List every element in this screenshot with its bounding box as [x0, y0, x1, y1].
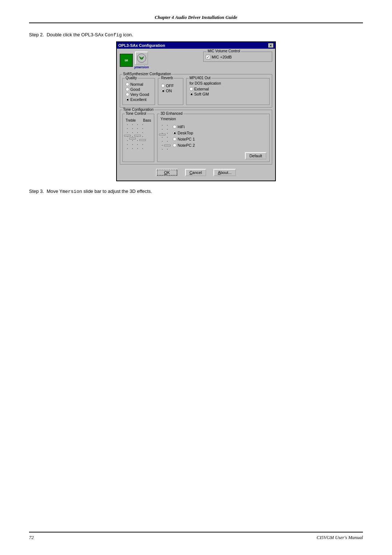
- quality-excellent-radio[interactable]: [126, 98, 129, 101]
- dialog-body: SR ymersion: [117, 49, 275, 181]
- softsynth-group: SoftSynthesizer Configuration Quality No…: [120, 74, 272, 108]
- slider-4-dots: [142, 124, 143, 149]
- step3-instruction: Step 3. Move Ymersion slide bar to adjus…: [29, 189, 363, 194]
- dot: [162, 129, 163, 130]
- dot: [162, 149, 163, 150]
- step3-label: Step 3. Move Ymersion slide bar to adjus…: [29, 189, 152, 194]
- mic-checkbox[interactable]: ✓: [206, 55, 210, 59]
- reverb-off-row[interactable]: OFF: [161, 84, 180, 88]
- slider-1[interactable]: [126, 124, 129, 149]
- dot: [137, 144, 138, 145]
- desktop-label: DeskTop: [177, 131, 193, 135]
- treble-label: Treble: [126, 118, 136, 122]
- dot: [162, 137, 163, 138]
- tone-config-group: Tone Configuration Tone Control Treble B…: [120, 110, 272, 165]
- mic-checkbox-row[interactable]: ✓ MIC +20dB: [206, 55, 270, 59]
- mpu401-softgm-radio[interactable]: [189, 92, 193, 96]
- ok-label: OK: [164, 170, 170, 175]
- step2-instruction: Step 2. Double click the OPL3-SAx Config…: [29, 32, 363, 38]
- mpu401-desc: for DOS application: [189, 81, 266, 85]
- chapter-header: Chapter 4 Audio Driver Installation Guid…: [29, 15, 363, 23]
- about-label: About...: [218, 170, 232, 175]
- dot: [162, 145, 163, 146]
- dot: [137, 124, 138, 125]
- mpu401-softgm-row[interactable]: Soft GM: [189, 92, 266, 96]
- dot: [132, 140, 133, 141]
- dot: [132, 128, 133, 129]
- ymersion-sublabel: Ymersion: [160, 117, 266, 121]
- eslider-1-thumb[interactable]: [159, 134, 166, 135]
- eslider-2-thumb[interactable]: [164, 145, 171, 146]
- tone-sliders: [126, 124, 151, 149]
- eslider-1-dots: [162, 125, 163, 150]
- dot: [142, 148, 143, 149]
- quality-verygood-row[interactable]: Very Good: [126, 92, 152, 97]
- mpu401-external-radio[interactable]: [189, 87, 193, 91]
- notepc2-row[interactable]: NotePC 2: [173, 143, 195, 147]
- quality-normal-row[interactable]: Normal: [126, 82, 152, 86]
- default-button[interactable]: Default: [245, 152, 266, 159]
- dot: [127, 140, 128, 141]
- slider-1-dots: [127, 124, 128, 149]
- quality-normal-radio[interactable]: [126, 82, 129, 86]
- mpu401-content: for DOS application External Soft GM: [189, 80, 266, 96]
- quality-excellent-label: Excellent: [130, 97, 147, 102]
- slider-2-thumb[interactable]: [129, 138, 136, 139]
- dot: [132, 136, 133, 137]
- slider-2-dots: [132, 124, 133, 149]
- dot: [162, 125, 163, 126]
- tone-inner: Tone Control Treble Bass: [122, 111, 270, 162]
- mpu401-external-row[interactable]: External: [189, 87, 266, 91]
- reverb-on-radio[interactable]: [161, 89, 165, 93]
- slider-1-thumb[interactable]: [124, 135, 131, 137]
- notepc1-radio[interactable]: [173, 137, 176, 141]
- reverb-on-label: ON: [166, 89, 172, 93]
- reverb-on-row[interactable]: ON: [161, 89, 180, 93]
- dot: [127, 124, 128, 125]
- dot: [127, 144, 128, 145]
- dot: [137, 140, 138, 141]
- slider-group-1: [126, 124, 144, 149]
- enhanced-3d-title: 3D Enhanced: [160, 112, 183, 116]
- ymersion-label: ymersion: [134, 65, 149, 69]
- dot: [142, 128, 143, 129]
- hifi-label: HiFi: [177, 125, 185, 129]
- mic-control-container: MIC Volume Control ✓ MIC +20dB: [203, 52, 272, 64]
- cancel-button[interactable]: Cancel: [185, 169, 206, 176]
- quality-good-row[interactable]: Good: [126, 87, 152, 92]
- slider-3[interactable]: [136, 124, 139, 149]
- hifi-radio[interactable]: [173, 125, 176, 129]
- quality-excellent-row[interactable]: Excellent: [126, 97, 152, 102]
- mpu401-title: MPU401 Out: [189, 76, 211, 80]
- enhanced-slider-1[interactable]: [160, 125, 164, 150]
- quality-good-radio[interactable]: [126, 88, 129, 91]
- close-icon: ×: [270, 44, 272, 48]
- notepc2-radio[interactable]: [173, 143, 176, 147]
- about-underline: A: [218, 170, 220, 175]
- logo-area: SR ymersion: [120, 52, 149, 69]
- close-button[interactable]: ×: [268, 43, 274, 48]
- slider-3-thumb[interactable]: [134, 135, 141, 137]
- bottom-buttons: OK Cancel About...: [120, 167, 272, 178]
- dialog-titlebar: OPL3-SAx Configuration ×: [117, 42, 275, 49]
- desktop-radio[interactable]: [173, 131, 176, 135]
- tone-config-title: Tone Configuration: [122, 108, 154, 112]
- dot: [137, 132, 138, 133]
- slider-2[interactable]: [131, 124, 134, 149]
- enhanced-slider-2[interactable]: [166, 125, 169, 150]
- tone-control-group: Tone Control Treble Bass: [122, 114, 154, 162]
- hifi-row[interactable]: HiFi: [173, 125, 195, 129]
- desktop-row[interactable]: DeskTop: [173, 131, 195, 135]
- mic-volume-title: MIC Volume Control: [207, 49, 241, 53]
- slider-4-thumb[interactable]: [139, 139, 146, 141]
- quality-verygood-radio[interactable]: [126, 93, 129, 96]
- ok-button[interactable]: OK: [156, 169, 178, 176]
- about-button[interactable]: About...: [213, 169, 236, 176]
- ymersion-text: ymersion: [134, 65, 149, 69]
- reverb-off-radio[interactable]: [161, 84, 165, 88]
- slider-4[interactable]: [141, 124, 144, 149]
- dot: [127, 148, 128, 149]
- notepc1-row[interactable]: NotePC 1: [173, 137, 195, 141]
- dot: [142, 136, 143, 137]
- quality-verygood-label: Very Good: [130, 92, 149, 97]
